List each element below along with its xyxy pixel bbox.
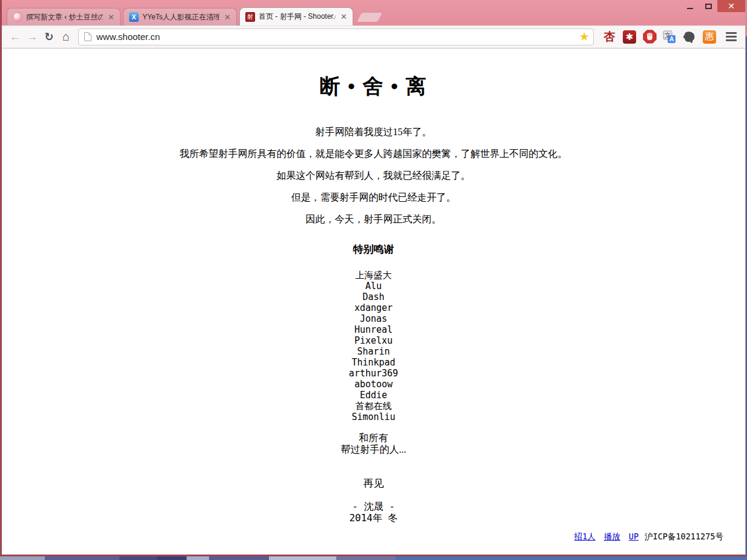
- forward-icon: →: [27, 30, 38, 44]
- bookmark-star-icon[interactable]: ★: [579, 31, 589, 42]
- apricot-extension-icon: 杏: [604, 29, 616, 45]
- tab-close-icon[interactable]: ✕: [107, 13, 116, 21]
- back-button[interactable]: ←: [7, 28, 24, 45]
- stop-hand-icon: [643, 30, 657, 44]
- new-tab-button[interactable]: [357, 13, 382, 22]
- browser-window: ✕ 撰写新文章 ‹ 炒土豆丝の音 ✕ X YYeTs人人影视正在清理P ✕ 射 …: [0, 0, 747, 560]
- tab-shooter-active[interactable]: 射 首页 - 射手网 - Shooter.cn ✕: [239, 7, 353, 25]
- thanks-name: Pixelxu: [2, 335, 745, 346]
- paragraph: 我所希望射手网所具有的价值，就是能令更多人跨越国家的樊篱，了解世界上不同的文化。: [2, 149, 745, 159]
- footer-link[interactable]: UP: [629, 532, 639, 542]
- thanks-name: Simonliu: [2, 412, 745, 422]
- reload-button[interactable]: ↻: [41, 28, 58, 45]
- forward-button[interactable]: →: [24, 28, 41, 45]
- footer-links: 招1人播放UP: [574, 532, 639, 542]
- translate-icon: 文 A: [662, 30, 677, 44]
- tab-title: YYeTs人人影视正在清理P: [142, 12, 219, 22]
- minimize-button[interactable]: [681, 0, 699, 12]
- apricot-extension-button[interactable]: 杏: [602, 29, 617, 45]
- tab-yyets[interactable]: X YYeTs人人影视正在清理P ✕: [123, 8, 237, 25]
- title-bar[interactable]: ✕ 撰写新文章 ‹ 炒土豆丝の音 ✕ X YYeTs人人影视正在清理P ✕ 射 …: [2, 0, 745, 25]
- menu-icon: [726, 32, 737, 34]
- minimize-icon: [687, 8, 693, 9]
- farewell-paragraphs: 射手网陪着我度过15年了。我所希望射手网所具有的价值，就是能令更多人跨越国家的樊…: [2, 127, 745, 224]
- tab-strip: 撰写新文章 ‹ 炒土豆丝の音 ✕ X YYeTs人人影视正在清理P ✕ 射 首页…: [7, 7, 380, 25]
- close-button[interactable]: ✕: [717, 0, 745, 12]
- thanks-name: Dash: [2, 292, 745, 302]
- adblock-extension-button[interactable]: [642, 29, 657, 45]
- thanks-name: Eddie: [2, 390, 745, 401]
- paragraph: 射手网陪着我度过15年了。: [2, 127, 745, 137]
- signature-date: 2014年 冬: [2, 512, 745, 524]
- asterisk-extension-button[interactable]: ✱: [622, 29, 637, 45]
- goodbye-text: 再见: [2, 476, 745, 490]
- asterisk-extension-icon: ✱: [623, 30, 636, 44]
- maximize-button[interactable]: [699, 0, 717, 12]
- thanks-name: Jonas: [2, 313, 745, 324]
- thanks-names-list: 上海盛大AluDashxdangerJonasHunrealPixelxuSha…: [2, 270, 745, 422]
- signature-block: - 沈晟 - 2014年 冬: [2, 501, 745, 524]
- and-all-line2: 帮过射手的人...: [2, 444, 745, 455]
- thanks-name: abotoow: [2, 379, 745, 390]
- windows-taskbar-sliver[interactable]: [0, 556, 747, 560]
- translate-extension-button[interactable]: 文 A: [662, 29, 677, 45]
- maximize-icon: [705, 4, 712, 9]
- paragraph: 因此，今天，射手网正式关闭。: [2, 215, 745, 224]
- tab-close-icon[interactable]: ✕: [223, 13, 232, 21]
- page-document-icon[interactable]: [84, 32, 91, 41]
- tab-title: 首页 - 射手网 - Shooter.cn: [259, 12, 336, 22]
- evernote-elephant-icon: [683, 30, 696, 44]
- thanks-name: arthur369: [2, 368, 745, 379]
- yyets-favicon-icon: X: [129, 12, 139, 22]
- and-all-line1: 和所有: [2, 432, 745, 444]
- thanks-name: 首都在线: [2, 401, 745, 412]
- thanks-name: Alu: [2, 281, 745, 292]
- special-thanks-heading: 特别鸣谢: [2, 242, 745, 256]
- page-title: 断 • 舍 • 离: [2, 73, 745, 101]
- footer-link[interactable]: 播放: [604, 532, 620, 542]
- evernote-extension-button[interactable]: [682, 29, 697, 45]
- address-bar[interactable]: www.shooter.cn ★: [78, 28, 594, 45]
- shooter-favicon-icon: 射: [245, 12, 255, 22]
- and-all-block: 和所有 帮过射手的人...: [2, 432, 745, 455]
- page-footer: 招1人播放UP 沪ICP备10211275号: [574, 532, 723, 542]
- paragraph: 如果这个网站有帮到人，我就已经很满足了。: [2, 171, 745, 181]
- tab-close-icon[interactable]: ✕: [339, 13, 348, 21]
- browser-toolbar: ← → ↻ ⌂ www.shooter.cn ★ 杏 ✱: [2, 25, 745, 48]
- paragraph: 但是，需要射手网的时代已经走开了。: [2, 193, 745, 202]
- thanks-name: xdanger: [2, 302, 745, 313]
- icp-number: 沪ICP备10211275号: [645, 532, 723, 542]
- huihui-extension-button[interactable]: 惠: [702, 29, 717, 45]
- tab-blog-editor[interactable]: 撰写新文章 ‹ 炒土豆丝の音 ✕: [7, 8, 121, 25]
- close-icon: ✕: [728, 2, 735, 10]
- reload-icon: ↻: [44, 30, 53, 44]
- thanks-name: Sharin: [2, 346, 745, 357]
- tab-title: 撰写新文章 ‹ 炒土豆丝の音: [26, 12, 103, 22]
- web-page-content: 断 • 舍 • 离 射手网陪着我度过15年了。我所希望射手网所具有的价值，就是能…: [2, 48, 745, 555]
- home-icon: ⌂: [62, 30, 70, 44]
- svg-text:A: A: [669, 36, 674, 42]
- url-text[interactable]: www.shooter.cn: [96, 32, 579, 42]
- home-button[interactable]: ⌂: [58, 28, 75, 45]
- huihui-extension-icon: 惠: [703, 30, 716, 44]
- window-controls: ✕: [681, 0, 745, 12]
- signature-name: - 沈晟 -: [2, 501, 745, 512]
- footer-link[interactable]: 招1人: [574, 532, 596, 542]
- thanks-name: Thinkpad: [2, 357, 745, 368]
- thanks-name: 上海盛大: [2, 270, 745, 281]
- anime-avatar-favicon-icon: [13, 12, 22, 22]
- chrome-menu-button[interactable]: [722, 29, 740, 45]
- back-icon: ←: [10, 30, 21, 44]
- thanks-name: Hunreal: [2, 324, 745, 335]
